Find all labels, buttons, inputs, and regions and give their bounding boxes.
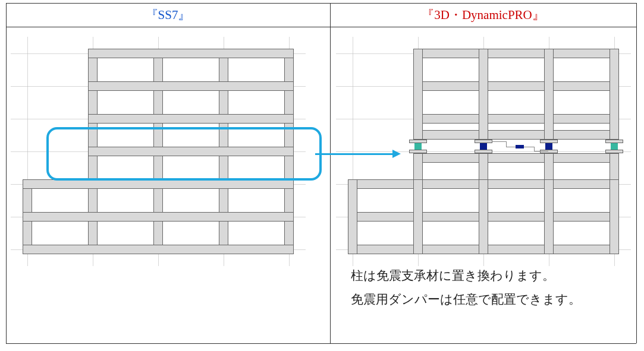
- damper-wire: [492, 141, 506, 142]
- damper-wire: [506, 141, 507, 147]
- caption-line-1: 柱は免震支承材に置き換わります。: [351, 264, 555, 288]
- bearing-core: [414, 143, 422, 150]
- bearing-core: [611, 143, 618, 150]
- right-upper-column: [544, 49, 554, 140]
- damper-wire: [524, 147, 534, 147]
- left-frame-beam-upper-0: [88, 49, 294, 58]
- right-lower-column: [348, 179, 357, 254]
- right-beam-upper-2: [413, 114, 619, 124]
- bearing-core: [480, 143, 487, 150]
- table-header-border: [6, 27, 636, 27]
- right-upper-column: [610, 49, 619, 140]
- selection-highlight: [46, 127, 322, 181]
- right-upper-column: [479, 49, 488, 140]
- table-mid-border: [330, 3, 331, 343]
- bearing-bottom-plate: [540, 150, 558, 153]
- damper-wire: [506, 147, 516, 147]
- right-iso-cap-bottom-upper: [413, 153, 619, 163]
- right-lower-column: [479, 179, 488, 254]
- right-beam-upper-0: [413, 49, 619, 58]
- right-lower-column: [413, 179, 423, 254]
- left-frame-beam-lower-5: [23, 212, 294, 222]
- left-frame-beam-lower-4: [23, 179, 294, 189]
- left-frame-beam-upper-2: [88, 114, 294, 124]
- bearing-bottom-plate: [475, 150, 492, 153]
- right-lower-column: [610, 179, 619, 254]
- bearing-core: [545, 143, 552, 150]
- table-top-border: [6, 3, 636, 4]
- title-right: 『3D・DynamicPRO』: [330, 7, 636, 23]
- bearing-bottom-plate: [605, 150, 623, 153]
- title-left: 『SS7』: [6, 7, 330, 23]
- table-bottom-border: [6, 343, 636, 344]
- right-iso-cap-top: [413, 130, 619, 140]
- bearing-bottom-plate: [409, 150, 427, 153]
- right-beam-upper-1: [413, 81, 619, 91]
- damper-block: [516, 145, 524, 148]
- arrow-line: [315, 153, 392, 155]
- right-upper-column: [413, 49, 423, 140]
- table-left-border: [6, 3, 7, 343]
- caption-line-2: 免震用ダンパーは任意で配置できます。: [351, 288, 581, 312]
- damper-wire: [534, 151, 548, 151]
- left-frame-beam-lower-6: [23, 245, 294, 254]
- arrow-head-icon: [392, 150, 401, 158]
- left-frame-beam-upper-1: [88, 81, 294, 91]
- right-lower-column: [544, 179, 554, 254]
